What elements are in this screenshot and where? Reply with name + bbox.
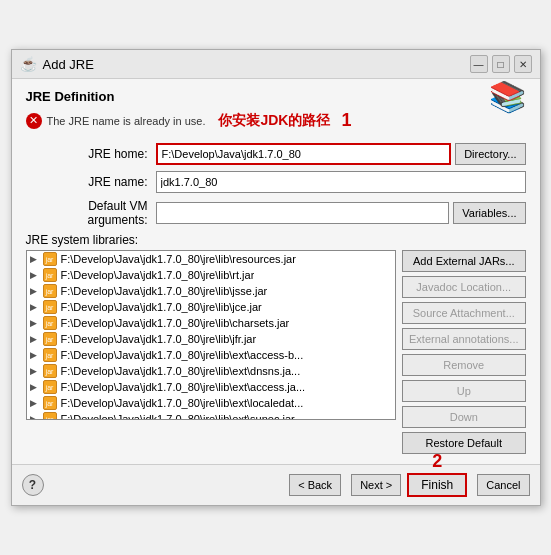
library-buttons: Add External JARs... Javadoc Location...… xyxy=(402,250,525,454)
list-item[interactable]: ▶jarF:\Develop\Java\jdk1.7.0_80\jre\lib\… xyxy=(27,331,396,347)
default-vm-input[interactable] xyxy=(156,202,450,224)
list-item[interactable]: ▶jarF:\Develop\Java\jdk1.7.0_80\jre\lib\… xyxy=(27,251,396,267)
default-vm-row: Default VM arguments: Variables... xyxy=(26,199,526,227)
annotation-number-1: 1 xyxy=(341,110,351,131)
expand-arrow-icon: ▶ xyxy=(30,254,37,264)
header-row: JRE Definition ✕ The JRE name is already… xyxy=(26,89,526,135)
cancel-button[interactable]: Cancel xyxy=(477,474,529,496)
section-header: JRE Definition ✕ The JRE name is already… xyxy=(26,89,352,135)
lib-item-label: F:\Develop\Java\jdk1.7.0_80\jre\lib\char… xyxy=(61,317,290,329)
title-bar-left: ☕ Add JRE xyxy=(20,56,94,72)
book-icon: 📚 xyxy=(489,79,526,114)
expand-arrow-icon: ▶ xyxy=(30,270,37,280)
lib-item-label: F:\Develop\Java\jdk1.7.0_80\jre\lib\ext\… xyxy=(61,413,295,420)
list-item[interactable]: ▶jarF:\Develop\Java\jdk1.7.0_80\jre\lib\… xyxy=(27,395,396,411)
expand-arrow-icon: ▶ xyxy=(30,366,37,376)
bottom-left: ? xyxy=(22,474,44,496)
jar-icon: jar xyxy=(43,316,57,330)
expand-arrow-icon: ▶ xyxy=(30,382,37,392)
jre-home-label: JRE home: xyxy=(26,147,156,161)
finish-button[interactable]: Finish xyxy=(407,473,467,497)
lib-item-label: F:\Develop\Java\jdk1.7.0_80\jre\lib\jsse… xyxy=(61,285,268,297)
list-item[interactable]: ▶jarF:\Develop\Java\jdk1.7.0_80\jre\lib\… xyxy=(27,283,396,299)
maximize-button[interactable]: □ xyxy=(492,55,510,73)
list-item[interactable]: ▶jarF:\Develop\Java\jdk1.7.0_80\jre\lib\… xyxy=(27,315,396,331)
window-icon: ☕ xyxy=(20,56,37,72)
list-item[interactable]: ▶jarF:\Develop\Java\jdk1.7.0_80\jre\lib\… xyxy=(27,363,396,379)
title-bar: ☕ Add JRE — □ ✕ xyxy=(12,50,540,79)
external-annotations-button[interactable]: External annotations... xyxy=(402,328,525,350)
help-button[interactable]: ? xyxy=(22,474,44,496)
jar-icon: jar xyxy=(43,284,57,298)
add-jre-window: ☕ Add JRE — □ ✕ JRE Definition ✕ The JRE… xyxy=(11,49,541,506)
bottom-bar: ? < Back Next > 2 Finish Cancel xyxy=(12,464,540,505)
annotation-number-2: 2 xyxy=(432,451,442,472)
add-external-jars-button[interactable]: Add External JARs... xyxy=(402,250,525,272)
expand-arrow-icon: ▶ xyxy=(30,414,37,420)
source-attachment-button[interactable]: Source Attachment... xyxy=(402,302,525,324)
minimize-button[interactable]: — xyxy=(470,55,488,73)
lib-item-label: F:\Develop\Java\jdk1.7.0_80\jre\lib\ext\… xyxy=(61,381,306,393)
jar-icon: jar xyxy=(43,396,57,410)
list-item[interactable]: ▶jarF:\Develop\Java\jdk1.7.0_80\jre\lib\… xyxy=(27,299,396,315)
directory-button[interactable]: Directory... xyxy=(455,143,525,165)
libraries-container: ▶jarF:\Develop\Java\jdk1.7.0_80\jre\lib\… xyxy=(26,250,526,454)
jar-icon: jar xyxy=(43,268,57,282)
jar-icon: jar xyxy=(43,332,57,346)
up-button[interactable]: Up xyxy=(402,380,525,402)
annotation-label: 你安装JDK的路径 xyxy=(218,112,330,130)
expand-arrow-icon: ▶ xyxy=(30,286,37,296)
jre-name-row: JRE name: xyxy=(26,171,526,193)
list-item[interactable]: ▶jarF:\Develop\Java\jdk1.7.0_80\jre\lib\… xyxy=(27,347,396,363)
expand-arrow-icon: ▶ xyxy=(30,398,37,408)
default-vm-label: Default VM arguments: xyxy=(26,199,156,227)
expand-arrow-icon: ▶ xyxy=(30,350,37,360)
finish-wrap: 2 Finish xyxy=(407,473,467,497)
error-row: ✕ The JRE name is already in use. 你安装JDK… xyxy=(26,110,352,131)
jar-icon: jar xyxy=(43,252,57,266)
error-message: The JRE name is already in use. xyxy=(47,115,206,127)
dialog-content: JRE Definition ✕ The JRE name is already… xyxy=(12,79,540,464)
down-button[interactable]: Down xyxy=(402,406,525,428)
lib-item-label: F:\Develop\Java\jdk1.7.0_80\jre\lib\ext\… xyxy=(61,349,304,361)
jar-icon: jar xyxy=(43,380,57,394)
javadoc-location-button[interactable]: Javadoc Location... xyxy=(402,276,525,298)
libraries-section: JRE system libraries: ▶jarF:\Develop\Jav… xyxy=(26,233,526,454)
next-button[interactable]: Next > xyxy=(351,474,401,496)
window-title: Add JRE xyxy=(43,57,94,72)
list-item[interactable]: ▶jarF:\Develop\Java\jdk1.7.0_80\jre\lib\… xyxy=(27,411,396,420)
lib-item-label: F:\Develop\Java\jdk1.7.0_80\jre\lib\ext\… xyxy=(61,397,304,409)
library-list[interactable]: ▶jarF:\Develop\Java\jdk1.7.0_80\jre\lib\… xyxy=(26,250,397,420)
libraries-label: JRE system libraries: xyxy=(26,233,526,247)
jar-icon: jar xyxy=(43,348,57,362)
variables-button[interactable]: Variables... xyxy=(453,202,525,224)
expand-arrow-icon: ▶ xyxy=(30,334,37,344)
expand-arrow-icon: ▶ xyxy=(30,302,37,312)
lib-item-label: F:\Develop\Java\jdk1.7.0_80\jre\lib\reso… xyxy=(61,253,296,265)
jre-name-input[interactable] xyxy=(156,171,526,193)
jar-icon: jar xyxy=(43,300,57,314)
restore-default-button[interactable]: Restore Default xyxy=(402,432,525,454)
bottom-right: < Back Next > 2 Finish Cancel xyxy=(285,473,529,497)
jre-home-input[interactable] xyxy=(156,143,452,165)
list-item[interactable]: ▶jarF:\Develop\Java\jdk1.7.0_80\jre\lib\… xyxy=(27,379,396,395)
back-button[interactable]: < Back xyxy=(289,474,341,496)
lib-item-label: F:\Develop\Java\jdk1.7.0_80\jre\lib\ext\… xyxy=(61,365,301,377)
close-button[interactable]: ✕ xyxy=(514,55,532,73)
lib-item-label: F:\Develop\Java\jdk1.7.0_80\jre\lib\rt.j… xyxy=(61,269,255,281)
lib-item-label: F:\Develop\Java\jdk1.7.0_80\jre\lib\jce.… xyxy=(61,301,262,313)
lib-item-label: F:\Develop\Java\jdk1.7.0_80\jre\lib\jfr.… xyxy=(61,333,257,345)
jre-home-row: JRE home: Directory... xyxy=(26,143,526,165)
jar-icon: jar xyxy=(43,364,57,378)
title-bar-controls: — □ ✕ xyxy=(470,55,532,73)
remove-button[interactable]: Remove xyxy=(402,354,525,376)
expand-arrow-icon: ▶ xyxy=(30,318,37,328)
jar-icon: jar xyxy=(43,412,57,420)
list-item[interactable]: ▶jarF:\Develop\Java\jdk1.7.0_80\jre\lib\… xyxy=(27,267,396,283)
jre-name-label: JRE name: xyxy=(26,175,156,189)
error-icon: ✕ xyxy=(26,113,42,129)
